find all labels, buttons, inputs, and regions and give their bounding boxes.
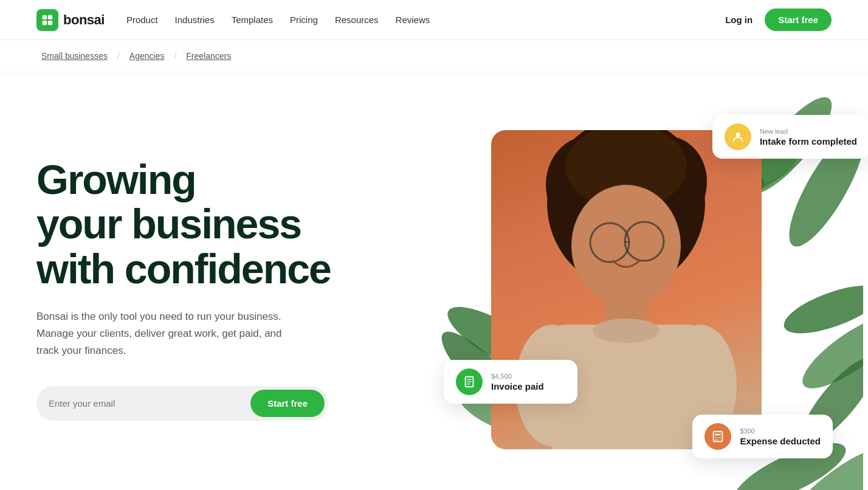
hero-left: Growing your business with confidence Bo… bbox=[36, 109, 438, 421]
invoice-amount: $4,500 bbox=[491, 373, 544, 380]
nav-resources[interactable]: Resources bbox=[335, 15, 379, 25]
svg-rect-37 bbox=[715, 433, 721, 435]
nav-industries[interactable]: Industries bbox=[175, 15, 215, 25]
svg-point-13 bbox=[793, 304, 863, 400]
hero-title-line1: Growing bbox=[36, 156, 196, 202]
svg-point-12 bbox=[779, 276, 863, 343]
navbar-right: Log in Start free bbox=[725, 9, 832, 31]
hero-title-line3: with confidence bbox=[36, 246, 331, 292]
invoice-doc-icon bbox=[463, 375, 476, 388]
svg-point-31 bbox=[735, 133, 740, 137]
new-lead-text: New lead Intake form completed bbox=[760, 128, 857, 147]
invoice-icon bbox=[456, 368, 483, 395]
new-lead-icon bbox=[725, 123, 751, 150]
expense-calc-icon bbox=[711, 430, 725, 443]
subnav-agencies[interactable]: Agencies bbox=[125, 49, 170, 63]
expense-text: $300 Expense deducted bbox=[740, 427, 821, 446]
hero-title: Growing your business with confidence bbox=[36, 157, 438, 291]
subnav-divider-1: / bbox=[117, 51, 120, 61]
new-lead-label: New lead bbox=[760, 128, 857, 135]
nav-links: Product Industries Templates Pricing Res… bbox=[126, 15, 430, 25]
email-input[interactable] bbox=[49, 392, 250, 415]
expense-label: Expense deducted bbox=[740, 436, 821, 446]
navbar: bonsai Product Industries Templates Pric… bbox=[0, 0, 868, 40]
login-button[interactable]: Log in bbox=[725, 15, 753, 25]
notification-new-lead: New lead Intake form completed bbox=[712, 115, 868, 159]
svg-rect-3 bbox=[48, 20, 52, 24]
svg-point-41 bbox=[715, 440, 717, 441]
svg-point-38 bbox=[715, 437, 717, 438]
subnav: Small businesses / Agencies / Freelancer… bbox=[0, 40, 868, 72]
hero-section: Growing your business with confidence Bo… bbox=[0, 72, 868, 490]
logo-icon bbox=[36, 9, 58, 31]
hero-subtitle: Bonsai is the only tool you need to run … bbox=[36, 308, 304, 359]
navbar-left: bonsai Product Industries Templates Pric… bbox=[36, 9, 430, 31]
svg-point-28 bbox=[593, 319, 660, 343]
nav-pricing[interactable]: Pricing bbox=[290, 15, 318, 25]
logo[interactable]: bonsai bbox=[36, 9, 105, 31]
subnav-divider-2: / bbox=[174, 51, 176, 61]
subnav-small-businesses[interactable]: Small businesses bbox=[36, 49, 112, 63]
logo-text: bonsai bbox=[63, 12, 105, 28]
expense-amount: $300 bbox=[740, 427, 821, 435]
hero-right: New lead Intake form completed $4,500 In… bbox=[438, 97, 863, 490]
email-form: Start free bbox=[36, 386, 328, 421]
bonsai-logo-svg bbox=[41, 13, 54, 27]
svg-point-39 bbox=[718, 437, 719, 438]
svg-point-42 bbox=[718, 440, 719, 441]
subnav-freelancers[interactable]: Freelancers bbox=[181, 49, 236, 63]
person-icon bbox=[731, 130, 745, 143]
notification-invoice: $4,500 Invoice paid bbox=[444, 360, 577, 404]
svg-point-40 bbox=[720, 437, 721, 438]
start-free-button-nav[interactable]: Start free bbox=[765, 9, 832, 31]
new-lead-value: Intake form completed bbox=[760, 136, 857, 147]
svg-rect-2 bbox=[43, 20, 47, 24]
invoice-label: Invoice paid bbox=[491, 381, 544, 392]
notification-expense: $300 Expense deducted bbox=[692, 415, 833, 458]
hero-title-line2: your business bbox=[36, 201, 301, 247]
start-free-button-hero[interactable]: Start free bbox=[250, 390, 325, 417]
expense-icon bbox=[704, 423, 731, 450]
svg-rect-0 bbox=[43, 15, 47, 19]
svg-rect-1 bbox=[48, 15, 52, 19]
invoice-text: $4,500 Invoice paid bbox=[491, 373, 544, 392]
nav-templates[interactable]: Templates bbox=[232, 15, 273, 25]
nav-product[interactable]: Product bbox=[126, 15, 158, 25]
nav-reviews[interactable]: Reviews bbox=[396, 15, 430, 25]
